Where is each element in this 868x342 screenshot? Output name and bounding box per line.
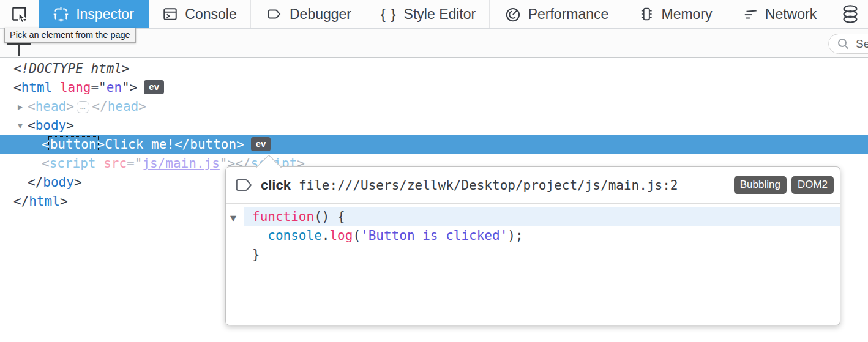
syntax-token: >: [236, 137, 244, 152]
syntax-token: console: [268, 228, 322, 243]
tab-label: Performance: [528, 6, 609, 23]
console-icon: [162, 6, 178, 22]
markup-node-row[interactable]: <button>Click me!</button>ev: [0, 135, 868, 154]
tab-debugger[interactable]: Debugger: [251, 0, 367, 28]
syntax-token: >: [74, 175, 82, 190]
tab-network[interactable]: Network: [727, 0, 832, 28]
search-input[interactable]: Se: [828, 34, 868, 54]
syntax-token[interactable]: js/main.js: [142, 156, 219, 171]
syntax-token: button: [48, 136, 99, 152]
pick-element-button[interactable]: [0, 0, 39, 28]
syntax-token: </: [174, 137, 190, 152]
tab-inspector[interactable]: Inspector: [39, 0, 149, 28]
syntax-token: body: [43, 175, 74, 190]
syntax-token: >: [60, 194, 68, 209]
syntax-token: >: [97, 137, 105, 152]
syntax-token: lang: [60, 80, 91, 95]
popup-header: click file:///Users/zellwk/Desktop/proje…: [226, 167, 840, 203]
syntax-token: ">: [122, 80, 137, 95]
handler-code-view: ▼ function() { console.log('Button is cl…: [226, 203, 840, 325]
event-name: click: [261, 177, 291, 193]
network-icon: [743, 6, 758, 22]
tab-label: Network: [765, 6, 817, 23]
syntax-token: button: [190, 137, 236, 152]
syntax-token: 'Button is clicked': [361, 228, 507, 243]
tab-performance[interactable]: Performance: [490, 0, 624, 28]
syntax-token: Click me!: [105, 137, 174, 152]
collapse-twisty-icon[interactable]: ▼: [230, 214, 236, 223]
event-badge[interactable]: ev: [251, 137, 271, 151]
syntax-token: [96, 156, 104, 171]
syntax-token: <: [28, 118, 36, 133]
syntax-token: src: [103, 156, 127, 171]
syntax-token: [252, 228, 268, 243]
search-placeholder: Se: [856, 37, 868, 51]
syntax-token: (: [353, 228, 361, 243]
syntax-token: body: [36, 118, 67, 133]
event-source-link[interactable]: file:///Users/zellwk/Desktop/project/js/…: [299, 178, 734, 193]
syntax-token: </: [13, 194, 29, 209]
pick-element-icon: [10, 5, 29, 23]
markup-node-row[interactable]: ▶<head>…</head>: [0, 97, 868, 116]
syntax-token: en: [107, 80, 122, 95]
event-listener-popup: click file:///Users/zellwk/Desktop/proje…: [225, 166, 840, 325]
tab-memory[interactable]: Memory: [624, 0, 727, 28]
code-line: }: [244, 245, 840, 264]
code-line: console.log('Button is clicked');: [244, 226, 840, 245]
collapsed-children-ellipsis[interactable]: …: [77, 101, 89, 113]
inspector-icon: [53, 6, 69, 23]
debugger-icon: [266, 6, 283, 22]
event-tag-icon: [235, 178, 253, 192]
syntax-token: <: [42, 156, 50, 171]
bubbling-badge: Bubbling: [734, 176, 787, 194]
popup-arrow: [255, 154, 283, 168]
code-lines: function() { console.log('Button is clic…: [244, 204, 840, 325]
code-gutter: ▼: [226, 204, 244, 325]
syntax-token: function: [252, 209, 314, 224]
expand-twisty-icon[interactable]: ▶: [14, 97, 26, 116]
tab-label: Memory: [661, 6, 712, 23]
syntax-token: script: [50, 156, 96, 171]
syntax-token: head: [108, 99, 139, 114]
syntax-token: head: [36, 99, 67, 114]
markup-node-row[interactable]: ▼<body>: [0, 116, 868, 135]
event-badge[interactable]: ev: [144, 80, 164, 94]
syntax-token: [52, 80, 60, 95]
syntax-token: >: [66, 118, 74, 133]
tab-label: Console: [185, 6, 236, 23]
syntax-token: () {: [314, 209, 345, 224]
syntax-token: <!DOCTYPE html>: [13, 61, 130, 76]
syntax-token: );: [507, 228, 523, 243]
syntax-token: <: [28, 99, 36, 114]
dom2-badge: DOM2: [791, 176, 834, 194]
storage-icon: [841, 4, 859, 24]
tab-label: Debugger: [290, 6, 351, 23]
syntax-token: <: [13, 80, 21, 95]
collapse-twisty-icon[interactable]: ▼: [14, 116, 26, 135]
markup-node-row[interactable]: <html lang="en">ev: [0, 78, 868, 97]
devtools-toolbar: Inspector Console Debugger { } Styl: [0, 0, 868, 29]
syntax-token: =": [91, 80, 106, 95]
syntax-token: log: [329, 228, 353, 243]
search-icon: [836, 37, 851, 51]
style-editor-icon: { }: [381, 6, 397, 23]
memory-icon: [638, 6, 654, 22]
tab-label: Style Editor: [404, 6, 476, 23]
tab-label: Inspector: [76, 6, 134, 23]
devtools-window: Inspector Console Debugger { } Styl: [0, 0, 868, 342]
syntax-token: html: [21, 80, 53, 95]
syntax-token: html: [29, 194, 60, 209]
markup-node-row[interactable]: <!DOCTYPE html>: [0, 59, 868, 78]
code-line: function() {: [244, 207, 840, 226]
syntax-token: >: [138, 99, 146, 114]
syntax-token: </: [92, 99, 107, 114]
pick-tooltip: Pick an element from the page: [4, 28, 136, 43]
tab-console[interactable]: Console: [149, 0, 251, 28]
tab-style-editor[interactable]: { } Style Editor: [367, 0, 490, 28]
syntax-token: .: [322, 228, 330, 243]
syntax-token: </: [28, 175, 43, 190]
tab-storage[interactable]: [832, 0, 868, 28]
syntax-token: =": [127, 156, 142, 171]
syntax-token: >: [66, 99, 74, 114]
performance-icon: [505, 6, 522, 23]
